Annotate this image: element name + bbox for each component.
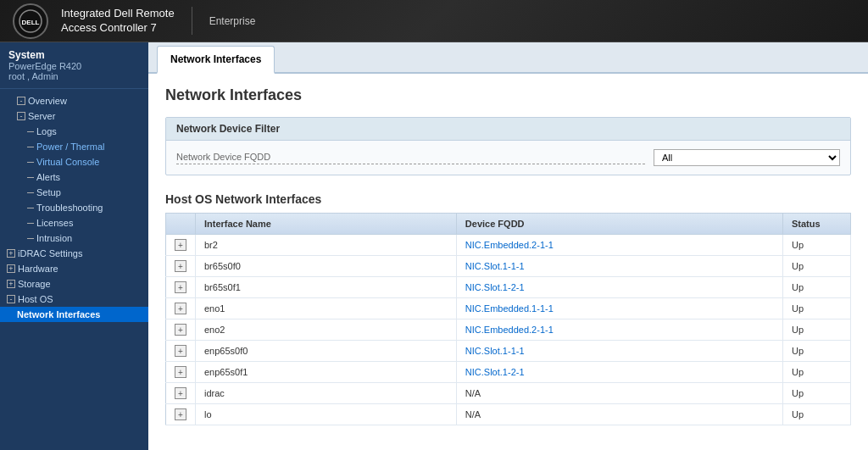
row-device-fqdd: N/A [456,383,782,404]
table-row: +loN/AUp [166,404,851,425]
expand-button[interactable]: + [175,345,186,357]
row-expand-cell: + [166,235,196,256]
host-os-section: Host OS Network Interfaces Interface Nam… [165,192,851,425]
row-status: Up [783,404,851,425]
sidebar-item-host-os[interactable]: - Host OS [0,292,148,307]
expand-button[interactable]: + [175,239,186,251]
expand-button[interactable]: + [175,366,186,378]
row-status: Up [783,235,851,256]
table-row: +br65s0f0NIC.Slot.1-1-1Up [166,256,851,277]
col-header-device-fqdd: Device FQDD [456,214,782,235]
fqdd-link[interactable]: NIC.Slot.1-2-1 [465,367,525,377]
sidebar-item-network-interfaces[interactable]: Network Interfaces [0,307,148,322]
row-device-fqdd: NIC.Embedded.2-1-1 [456,319,782,341]
row-interface-name: enp65s0f1 [196,362,457,383]
sidebar-item-overview[interactable]: - Overview [0,93,148,108]
sidebar-item-troubleshooting[interactable]: Troubleshooting [0,200,148,215]
row-status: Up [783,319,851,341]
plus-icon: + [7,264,15,273]
current-user: root , Admin [8,71,140,81]
table-row: +br2NIC.Embedded.2-1-1Up [166,235,851,256]
row-device-fqdd: NIC.Slot.1-1-1 [456,341,782,362]
sidebar-item-logs[interactable]: Logs [0,124,148,139]
sidebar-item-server[interactable]: - Server [0,108,148,124]
sidebar-item-alerts[interactable]: Alerts [0,169,148,185]
sidebar: System PowerEdge R420 root , Admin - Ove… [0,42,148,450]
sidebar-item-virtual-console[interactable]: Virtual Console [0,154,148,169]
row-device-fqdd: N/A [456,404,782,425]
fqdd-link[interactable]: NIC.Slot.1-1-1 [465,346,525,356]
table-header: Interface Name Device FQDD Status [166,214,851,235]
content-area: Network Interfaces Network Interfaces Ne… [148,42,868,450]
row-status: Up [783,383,851,404]
sidebar-item-hardware[interactable]: + Hardware [0,261,148,276]
row-device-fqdd: NIC.Slot.1-1-1 [456,256,782,277]
tab-network-interfaces[interactable]: Network Interfaces [157,46,275,74]
expand-button[interactable]: + [175,260,186,272]
system-name: System [8,49,140,61]
sidebar-nav: - Overview - Server Logs [0,89,148,326]
minus-icon: - [17,97,25,105]
tab-bar: Network Interfaces [148,42,868,74]
fqdd-link[interactable]: NIC.Embedded.1-1-1 [465,303,554,314]
row-expand-cell: + [166,383,196,404]
col-header-status: Status [783,214,851,235]
row-interface-name: eno1 [196,298,457,319]
fqdd-link[interactable]: NIC.Embedded.2-1-1 [465,325,554,335]
row-interface-name: lo [196,404,457,425]
dell-logo: DELL [13,3,48,39]
row-expand-cell: + [166,404,196,425]
fqdd-link[interactable]: NIC.Slot.1-1-1 [465,261,525,271]
plus-icon: + [7,280,15,288]
filter-row: Network Device FQDD All [176,149,840,166]
plus-icon: + [7,249,15,258]
fqdd-filter-select[interactable]: All [654,149,840,166]
row-expand-cell: + [166,256,196,277]
sidebar-item-idrac-settings[interactable]: + iDRAC Settings [0,246,148,261]
expand-button[interactable]: + [175,408,186,420]
main-layout: System PowerEdge R420 root , Admin - Ove… [0,42,868,450]
fqdd-link[interactable]: NIC.Slot.1-2-1 [465,282,525,292]
table-row: +idracN/AUp [166,383,851,404]
expand-button[interactable]: + [175,281,186,293]
filter-section-body: Network Device FQDD All [166,141,850,175]
row-device-fqdd: NIC.Embedded.1-1-1 [456,298,782,319]
page-title: Network Interfaces [165,86,851,104]
row-expand-cell: + [166,341,196,362]
table-row: +eno2NIC.Embedded.2-1-1Up [166,319,851,341]
content-inner: Network Interfaces Network Device Filter… [148,74,868,438]
host-os-section-title: Host OS Network Interfaces [165,192,851,206]
minus-icon: - [7,295,15,303]
table-row: +eno1NIC.Embedded.1-1-1Up [166,298,851,319]
header: DELL Integrated Dell Remote Access Contr… [0,0,868,42]
sidebar-item-licenses[interactable]: Licenses [0,215,148,231]
row-expand-cell: + [166,298,196,319]
minus-icon: - [17,112,25,120]
row-status: Up [783,277,851,298]
sidebar-item-power-thermal[interactable]: Power / Thermal [0,139,148,154]
row-interface-name: br2 [196,235,457,256]
app-title: Integrated Dell Remote Access Controller… [61,7,192,36]
sidebar-item-setup[interactable]: Setup [0,185,148,200]
server-model: PowerEdge R420 [8,61,140,71]
row-interface-name: br65s0f0 [196,256,457,277]
row-device-fqdd: NIC.Embedded.2-1-1 [456,235,782,256]
table-body: +br2NIC.Embedded.2-1-1Up+br65s0f0NIC.Slo… [166,235,851,425]
edition-label: Enterprise [209,15,256,27]
table-row: +br65s0f1NIC.Slot.1-2-1Up [166,277,851,298]
row-interface-name: br65s0f1 [196,277,457,298]
sidebar-item-intrusion[interactable]: Intrusion [0,231,148,246]
fqdd-link[interactable]: NIC.Embedded.2-1-1 [465,240,554,250]
row-interface-name: eno2 [196,319,457,341]
expand-button[interactable]: + [175,303,186,314]
filter-section-header: Network Device Filter [166,118,850,141]
expand-button[interactable]: + [175,324,186,336]
row-device-fqdd: NIC.Slot.1-2-1 [456,362,782,383]
row-interface-name: idrac [196,383,457,404]
row-expand-cell: + [166,362,196,383]
table-row: +enp65s0f0NIC.Slot.1-1-1Up [166,341,851,362]
row-expand-cell: + [166,319,196,341]
sidebar-item-storage[interactable]: + Storage [0,276,148,292]
expand-button[interactable]: + [175,387,186,399]
svg-text:DELL: DELL [22,19,40,26]
